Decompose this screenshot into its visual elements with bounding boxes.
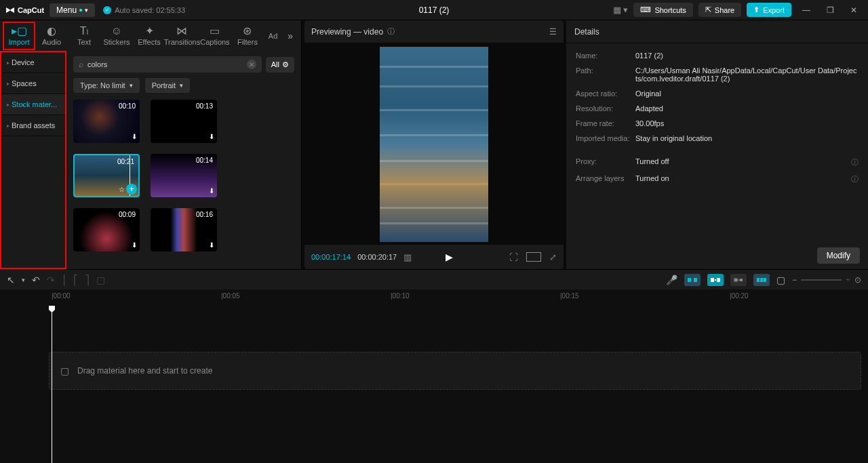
search-box[interactable]: ⌕ ✕ (73, 56, 262, 73)
ruler-mark: |00:20 (730, 292, 749, 300)
split-button[interactable]: ⎮ (62, 275, 66, 285)
duration-label: 00:14 (196, 157, 213, 164)
filter-type[interactable]: Type: No limit▾ (73, 78, 140, 93)
timeline-tracks[interactable]: ▢ Drag material here and start to create (0, 306, 868, 463)
delete-right-button[interactable]: ⎤ (85, 275, 90, 285)
ruler-mark: |00:05 (221, 292, 240, 300)
svg-rect-1 (694, 278, 697, 282)
zoom-out-icon[interactable]: − (792, 275, 797, 285)
share-button[interactable]: ⇱Share (698, 3, 741, 17)
preview-panel: Previewing — video ⓘ ☰ 00:00:17:14 00:00… (304, 20, 564, 269)
preview-menu-icon[interactable]: ☰ (549, 27, 557, 37)
maximize-button[interactable]: ❐ (821, 3, 840, 18)
focus-icon[interactable]: ⛶ (509, 252, 518, 262)
media-icon: ▢ (60, 365, 69, 376)
tab-ad[interactable]: Ad (264, 29, 282, 43)
info-icon[interactable]: ⓘ (851, 174, 859, 184)
media-thumb[interactable]: 00:09⬇ (73, 208, 140, 251)
chevron-down-icon: ▾ (130, 82, 133, 89)
timeline-ruler[interactable]: |00:00 |00:05 |00:10 |00:15 |00:20 (0, 289, 868, 306)
download-icon[interactable]: ⬇ (209, 187, 214, 195)
preview-render-icon[interactable]: ▢ (776, 275, 785, 285)
sidebar-item-device[interactable]: ▸Device (1, 52, 65, 73)
magnet-button[interactable] (684, 274, 701, 286)
mic-icon[interactable]: 🎤 (666, 275, 677, 285)
favorite-icon[interactable]: ☆ (119, 186, 125, 193)
compare-icon[interactable]: ▥ (403, 252, 412, 262)
svg-rect-8 (757, 278, 760, 282)
audio-icon: ◐ (47, 26, 56, 37)
svg-rect-0 (688, 278, 691, 282)
transitions-icon: ⋈ (176, 26, 187, 37)
playhead[interactable] (52, 306, 52, 463)
tab-effects[interactable]: ✦Effects (133, 23, 165, 49)
timeline-dropzone[interactable]: ▢ Drag material here and start to create (49, 352, 861, 390)
playhead-handle[interactable] (49, 306, 55, 313)
delete-left-button[interactable]: ⎡ (73, 275, 78, 285)
download-icon[interactable]: ⬇ (209, 133, 214, 140)
snap-button[interactable] (730, 274, 747, 286)
media-thumb[interactable]: 00:16⬇ (151, 208, 217, 251)
sidebar-item-brand[interactable]: ▸Brand assets (1, 115, 65, 136)
tab-import[interactable]: ▸▢Import (3, 22, 35, 50)
download-icon[interactable]: ⬇ (132, 241, 137, 249)
tab-stickers[interactable]: ☺Stickers (100, 23, 133, 49)
undo-button[interactable]: ↶ (32, 275, 40, 285)
download-icon[interactable]: ⬇ (209, 241, 214, 249)
svg-rect-10 (764, 278, 766, 282)
project-title: 0117 (2) (419, 5, 450, 15)
sidebar-item-spaces[interactable]: ▸Spaces (1, 73, 65, 94)
preview-viewport[interactable] (304, 43, 564, 245)
media-thumb[interactable]: 00:13⬇ (151, 100, 217, 143)
media-thumb-selected[interactable]: 00:21 ☆ + (73, 154, 140, 197)
clear-search-button[interactable]: ✕ (247, 60, 256, 69)
ruler-mark: |00:00 (52, 292, 71, 300)
play-button[interactable]: ▶ (446, 251, 453, 262)
minimize-button[interactable]: — (797, 3, 816, 18)
chevron-right-icon: ▸ (7, 81, 9, 87)
tab-text[interactable]: TIText (68, 23, 100, 49)
delete-button[interactable]: ▢ (96, 275, 105, 285)
download-icon[interactable]: ⬇ (132, 133, 137, 140)
media-thumb[interactable]: 00:14⬇ (151, 154, 217, 197)
info-icon[interactable]: ⓘ (387, 26, 395, 37)
tab-captions[interactable]: ▭Captions (199, 23, 231, 49)
duration-label: 00:10 (119, 102, 136, 110)
fullscreen-icon[interactable]: ⤢ (549, 252, 557, 262)
layout-icon[interactable]: ▦ ▾ (613, 5, 629, 15)
media-thumb[interactable]: 00:10⬇ (73, 100, 140, 143)
timeline[interactable]: |00:00 |00:05 |00:10 |00:15 |00:20 ▢ Dra… (0, 289, 868, 463)
filter-orientation[interactable]: Portrait▾ (145, 78, 190, 93)
menu-button[interactable]: Menu▾ (50, 3, 95, 17)
sidebar-item-stock[interactable]: ▸Stock mater... (1, 94, 65, 115)
add-to-timeline-button[interactable]: + (126, 184, 137, 195)
chevron-right-icon: ▸ (7, 60, 9, 66)
shortcuts-button[interactable]: ⌨Shortcuts (633, 3, 692, 17)
aspect-button[interactable] (526, 252, 541, 262)
export-button[interactable]: ⬆Export (747, 3, 791, 17)
info-icon[interactable]: ⓘ (851, 157, 859, 167)
tab-transitions[interactable]: ⋈Transitions (165, 23, 199, 49)
search-input[interactable] (87, 60, 243, 68)
tab-filters[interactable]: ⊛Filters (231, 23, 264, 49)
zoom-in-icon[interactable]: + (846, 275, 850, 285)
zoom-control[interactable]: − + ⊙ (792, 275, 861, 285)
tabs-more-icon[interactable]: » (282, 31, 298, 41)
details-layers: Turned on (635, 174, 851, 184)
details-imported: Stay in original location (635, 134, 859, 142)
preview-cut-button[interactable] (753, 274, 770, 286)
modify-button[interactable]: Modify (817, 247, 860, 264)
select-dropdown[interactable]: ▾ (22, 277, 25, 283)
details-fps: 30.00fps (635, 119, 859, 127)
link-button[interactable] (707, 274, 724, 286)
tab-audio[interactable]: ◐Audio (35, 23, 68, 49)
zoom-fit-icon[interactable]: ⊙ (854, 275, 861, 285)
autosave-status: ✓ Auto saved: 02:55:33 (103, 6, 185, 14)
titlebar: CapCut Menu▾ ✓ Auto saved: 02:55:33 0117… (0, 0, 868, 20)
svg-rect-2 (711, 278, 714, 282)
select-tool[interactable]: ↖ (7, 275, 15, 285)
redo-button[interactable]: ↷ (47, 275, 55, 285)
close-button[interactable]: ✕ (845, 3, 863, 18)
details-layers-label: Arrange layers (576, 174, 635, 184)
filter-all-button[interactable]: All⚙ (266, 57, 294, 73)
